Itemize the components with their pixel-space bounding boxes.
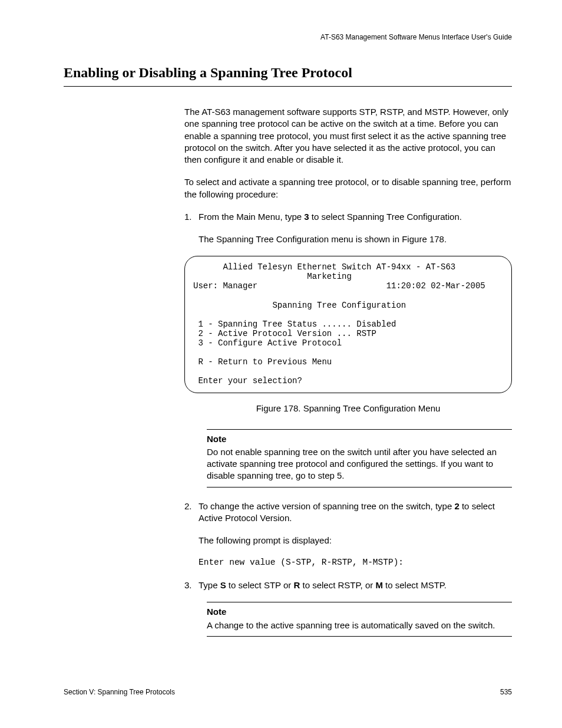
- note-title: Note: [207, 606, 512, 618]
- t-l8: R - Return to Previous Menu: [193, 357, 332, 367]
- t-l5: 1 - Spanning Tree Status ...... Disabled: [193, 319, 396, 329]
- figure-caption: Figure 178. Spanning Tree Configuration …: [184, 403, 512, 414]
- step-3: 3. Type S to select STP or R to select R…: [184, 579, 512, 591]
- step-1: 1. From the Main Menu, type 3 to select …: [184, 211, 512, 223]
- step-text: From the Main Menu, type 3 to select Spa…: [199, 211, 512, 223]
- prompt-line: Enter new value (S-STP, R-RSTP, M-MSTP):: [199, 557, 512, 569]
- step-number: 2.: [184, 500, 199, 525]
- t-l6: 2 - Active Protocol Version ... RSTP: [193, 329, 376, 338]
- t3e: to select RSTP, or: [300, 580, 375, 590]
- step-2-sub: The following prompt is displayed:: [199, 535, 512, 546]
- intro-paragraph-1: The AT-S63 management software supports …: [184, 106, 512, 166]
- intro-paragraph-2: To select and activate a spanning tree p…: [184, 176, 512, 200]
- t-l1: Allied Telesyn Ethernet Switch AT-94xx -…: [193, 262, 455, 272]
- footer-section: Section V: Spanning Tree Protocols: [64, 688, 175, 696]
- note-1: Note Do not enable spanning tree on the …: [207, 429, 512, 487]
- step-text: To change the active version of spanning…: [199, 500, 512, 525]
- section-heading: Enabling or Disabling a Spanning Tree Pr…: [64, 65, 512, 87]
- note-body: Do not enable spanning tree on the switc…: [207, 446, 512, 482]
- step-2: 2. To change the active version of spann…: [184, 500, 512, 525]
- note-body: A change to the active spanning tree is …: [207, 620, 512, 631]
- running-header: AT-S63 Management Software Menus Interfa…: [320, 33, 512, 41]
- t3f: M: [375, 580, 383, 590]
- step-text: Type S to select STP or R to select RSTP…: [199, 579, 512, 591]
- txt-a: To change the active version of spanning…: [199, 501, 454, 511]
- t-l4: Spanning Tree Configuration: [193, 301, 406, 310]
- step-1-sub: The Spanning Tree Configuration menu is …: [199, 233, 512, 245]
- t-l9: Enter your selection?: [193, 376, 302, 386]
- note-title: Note: [207, 433, 512, 445]
- t-l2: Marketing: [193, 272, 352, 281]
- t3d: R: [293, 580, 300, 590]
- t-l7: 3 - Configure Active Protocol: [193, 338, 342, 348]
- t3c: to select STP or: [226, 580, 294, 590]
- t3a: Type: [199, 580, 220, 590]
- note-2: Note A change to the active spanning tre…: [207, 602, 512, 637]
- step-number: 3.: [184, 579, 199, 591]
- page-number: 535: [500, 688, 512, 696]
- txt-b: 3: [304, 212, 309, 222]
- step-number: 1.: [184, 211, 199, 223]
- terminal-screen: Allied Telesyn Ethernet Switch AT-94xx -…: [184, 256, 512, 393]
- t3b: S: [220, 580, 226, 590]
- txt-b: 2: [454, 501, 459, 511]
- txt-c: to select Spanning Tree Configuration.: [309, 212, 462, 222]
- body-content: The AT-S63 management software supports …: [184, 106, 512, 650]
- txt-a: From the Main Menu, type: [199, 212, 304, 222]
- t3g: to select MSTP.: [383, 580, 447, 590]
- t-l3: User: Manager 11:20:02 02-Mar-2005: [193, 281, 485, 291]
